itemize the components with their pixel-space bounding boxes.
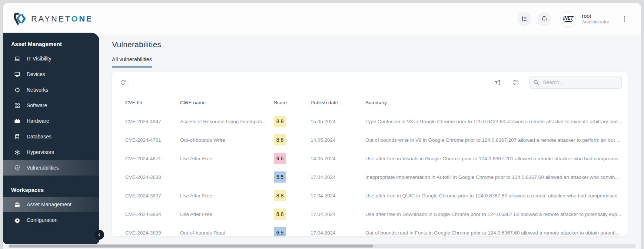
sidebar-item-label: Configuration bbox=[27, 217, 57, 223]
sidebar-item-label: Hardware bbox=[27, 118, 49, 124]
publish-date: 14.05.2024 bbox=[311, 156, 365, 161]
page-title: Vulnerabilities bbox=[112, 40, 628, 49]
score-badge: 8.8 bbox=[274, 116, 286, 127]
shield-check-icon bbox=[14, 165, 20, 171]
sidebar-item-label: Vulnerabilities bbox=[27, 165, 59, 171]
cwe-name: Use After Free bbox=[180, 212, 274, 217]
brand-logo-icon bbox=[13, 12, 27, 26]
column-header-cve-id[interactable]: CVE ID bbox=[125, 100, 180, 105]
cwe-name: Use After Free bbox=[180, 193, 274, 199]
cve-id: CVE-2024-3838 bbox=[125, 174, 180, 180]
software-icon bbox=[14, 102, 20, 109]
score-cell: 5.5 bbox=[274, 171, 311, 183]
sidebar-item-asset-management[interactable]: Asset Management bbox=[3, 197, 99, 212]
toolbar-divider bbox=[133, 78, 133, 87]
notifications-button[interactable] bbox=[537, 12, 551, 26]
table-row[interactable]: CVE-2024-4947Access of Resource Using In… bbox=[112, 112, 628, 131]
cve-id: CVE-2024-3834 bbox=[125, 212, 180, 217]
monitor-icon bbox=[14, 71, 20, 78]
user-info: root Administrator bbox=[582, 13, 609, 25]
column-header-publish-date[interactable]: Publish date↓ bbox=[311, 100, 365, 105]
table-row[interactable]: CVE-2024-38385.517.04.2024Inappropriate … bbox=[112, 168, 628, 186]
user-avatar[interactable]: INET bbox=[560, 11, 576, 27]
tab-all-vulnerabilities[interactable]: All vulnerabilities bbox=[112, 56, 152, 68]
score-badge: 8.8 bbox=[274, 209, 286, 220]
sidebar-item-label: Networks bbox=[27, 87, 48, 93]
cwe-name: Use After Free bbox=[180, 156, 274, 161]
laptop-icon bbox=[14, 56, 20, 62]
sidebar-section-title-asset-management: Asset Management bbox=[11, 41, 91, 47]
list-icon bbox=[521, 15, 528, 23]
table-toolbar bbox=[112, 72, 628, 93]
hypervisor-icon bbox=[14, 149, 20, 155]
horizontal-scrollbar[interactable] bbox=[8, 244, 636, 248]
column-chooser-button[interactable] bbox=[511, 77, 522, 88]
horizontal-scrollbar-thumb[interactable] bbox=[9, 245, 373, 248]
score-badge: 9.6 bbox=[274, 153, 286, 164]
sidebar-item-vulnerabilities[interactable]: Vulnerabilities bbox=[3, 160, 99, 176]
summary: Use after free in Visuals in Google Chro… bbox=[365, 156, 622, 161]
topbar: RAYNETONE INET root Administrator bbox=[3, 3, 641, 35]
tasks-list-button[interactable] bbox=[517, 12, 531, 26]
table-row[interactable]: CVE-2024-3837Use After Free8.817.04.2024… bbox=[112, 186, 628, 205]
kebab-menu-icon bbox=[621, 15, 628, 23]
sidebar-item-label: Databases bbox=[27, 134, 52, 140]
summary: Type Confusion in V8 in Google Chrome pr… bbox=[365, 119, 622, 124]
vulnerabilities-table-card: CVE IDCWE nameScorePublish date↓Summary … bbox=[112, 72, 628, 236]
column-header-summary[interactable]: Summary bbox=[365, 100, 622, 105]
sidebar-item-hardware[interactable]: Hardware bbox=[3, 113, 99, 129]
brand-logo: RAYNETONE bbox=[13, 12, 93, 26]
score-badge: 8.8 bbox=[274, 190, 286, 201]
score-cell: 9.6 bbox=[274, 153, 311, 164]
sidebar-collapse-button[interactable] bbox=[94, 230, 104, 240]
brand-name: RAYNETONE bbox=[31, 14, 93, 24]
sidebar-item-label: Hypervisors bbox=[27, 149, 54, 155]
table-row[interactable]: CVE-2024-4671Use After Free9.614.05.2024… bbox=[112, 149, 628, 168]
column-chooser-icon bbox=[513, 79, 519, 86]
avatar-text: INET bbox=[563, 16, 573, 22]
column-header-score[interactable]: Score bbox=[274, 100, 311, 105]
user-name: root bbox=[582, 13, 609, 19]
score-badge: 8.8 bbox=[274, 134, 286, 145]
publish-date: 14.05.2024 bbox=[311, 137, 365, 143]
sidebar-item-label: Software bbox=[27, 102, 47, 108]
sidebar-item-software[interactable]: Software bbox=[3, 98, 99, 113]
chevron-left-icon bbox=[97, 233, 102, 237]
cve-id: CVE-2024-4671 bbox=[125, 156, 180, 161]
score-badge: 6.5 bbox=[274, 227, 286, 236]
cve-id: CVE-2024-3839 bbox=[125, 230, 180, 236]
table-row[interactable]: CVE-2024-4761Out-of-bounds Write8.814.05… bbox=[112, 131, 628, 149]
sidebar-item-it-visibility[interactable]: IT Visibility bbox=[3, 51, 99, 66]
user-menu-button[interactable] bbox=[617, 12, 631, 26]
publish-date: 17.04.2024 bbox=[311, 174, 365, 180]
score-cell: 8.8 bbox=[274, 116, 311, 127]
table-body: CVE-2024-4947Access of Resource Using In… bbox=[112, 112, 628, 236]
sidebar-item-devices[interactable]: Devices bbox=[3, 66, 99, 82]
sidebar-item-hypervisors[interactable]: Hypervisors bbox=[3, 144, 99, 160]
table-row[interactable]: CVE-2024-3834Use After Free8.817.04.2024… bbox=[112, 205, 628, 223]
score-cell: 8.8 bbox=[274, 209, 311, 220]
toolbox-icon bbox=[14, 118, 20, 124]
sidebar-item-databases[interactable]: Databases bbox=[3, 129, 99, 144]
sidebar-section-title-workspaces: Workspaces bbox=[11, 187, 91, 193]
cve-id: CVE-2024-4947 bbox=[125, 119, 180, 124]
tab-bar: All vulnerabilities bbox=[112, 56, 628, 68]
refresh-button[interactable] bbox=[117, 77, 129, 88]
publish-date: 17.04.2024 bbox=[311, 230, 365, 236]
sidebar-item-configuration[interactable]: Configuration bbox=[3, 212, 99, 228]
search-input[interactable] bbox=[542, 79, 618, 86]
score-badge: 5.5 bbox=[274, 171, 286, 183]
summary: Inappropriate implementation in Autofill… bbox=[365, 174, 622, 180]
export-button[interactable] bbox=[492, 77, 503, 88]
summary: Use after free in Downloads in Google Ch… bbox=[365, 212, 622, 217]
column-header-cwe-name[interactable]: CWE name bbox=[180, 100, 274, 105]
summary: Out of bounds read in Fonts in Google Ch… bbox=[365, 230, 622, 236]
sidebar-item-label: IT Visibility bbox=[27, 56, 51, 62]
score-cell: 8.8 bbox=[274, 190, 311, 201]
network-icon bbox=[14, 87, 20, 93]
cwe-name: Access of Resource Using Incompati... bbox=[180, 119, 274, 124]
sidebar-item-networks[interactable]: Networks bbox=[3, 82, 99, 98]
publish-date: 15.05.2024 bbox=[311, 119, 365, 124]
table-row[interactable]: CVE-2024-3839Out-of-bounds Read6.517.04.… bbox=[112, 223, 628, 236]
bell-icon bbox=[541, 15, 548, 23]
